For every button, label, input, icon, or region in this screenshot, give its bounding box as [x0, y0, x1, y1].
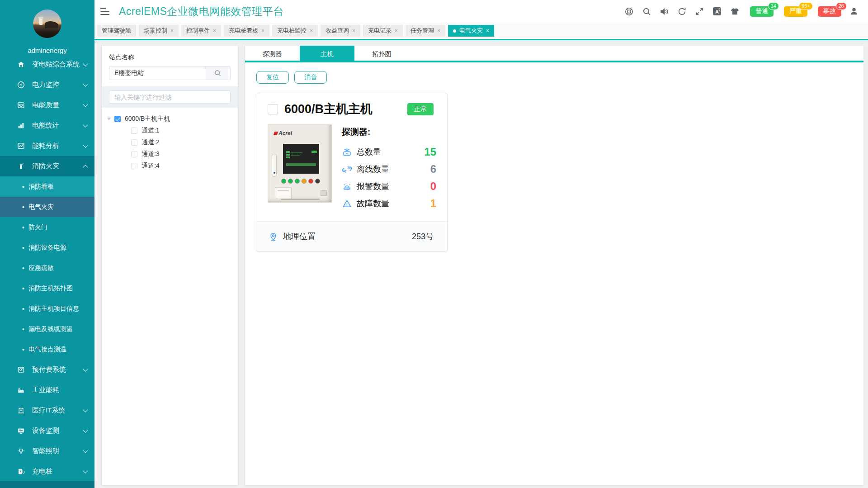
close-tab-icon[interactable]: ×	[486, 28, 489, 34]
sidebar-subitem-label: 消防主机拓扑图	[28, 284, 73, 293]
chevron-down-icon	[83, 468, 88, 473]
device-handle	[272, 154, 277, 177]
metric-label: 故障数量	[357, 198, 389, 209]
sidebar-item-power-quality[interactable]: 电能质量	[0, 95, 94, 115]
help-icon[interactable]	[624, 6, 634, 16]
sidebar-item-substation-system[interactable]: 变电站综合系统	[0, 54, 94, 75]
sidebar-subitem-label: 消防看板	[28, 183, 54, 191]
tab-charging-monitor[interactable]: 充电桩监控×	[272, 25, 318, 37]
sidebar-item-energy-analysis[interactable]: 能耗分析	[0, 136, 94, 156]
sidebar-item-charging-pile[interactable]: 充电桩	[0, 461, 94, 482]
user-icon[interactable]	[849, 6, 859, 16]
host-actions: 复位 消音	[256, 71, 863, 84]
reset-button[interactable]: 复位	[256, 71, 289, 84]
site-search-button[interactable]	[205, 66, 231, 80]
search-icon[interactable]	[642, 6, 651, 16]
host-checkbox[interactable]	[268, 104, 278, 114]
sidebar-item-fire-host-project-info[interactable]: 消防主机项目信息	[0, 298, 94, 319]
detector-summary: 探测器: 总数量 15 离线数量 6 报警数量 0	[332, 124, 436, 212]
checkbox-unchecked[interactable]	[131, 139, 137, 146]
tab-charging-records[interactable]: 充电记录×	[363, 25, 403, 37]
tab-label: 电气火灾	[459, 27, 483, 35]
sidebar-item-emergency-evacuation[interactable]: 应急疏散	[0, 258, 94, 278]
tree-node-label: 通道:4	[142, 162, 160, 170]
sidebar-item-label: 电能质量	[32, 101, 84, 109]
close-tab-icon[interactable]: ×	[395, 28, 398, 34]
fault-icon	[342, 199, 352, 209]
tab-electrical-fire[interactable]: 电气火灾×	[448, 25, 494, 37]
tree-node-channel[interactable]: 通道:4	[107, 160, 238, 172]
caret-down-icon[interactable]	[107, 118, 111, 120]
close-tab-icon[interactable]: ×	[261, 28, 264, 34]
avatar-photo-detail	[39, 19, 42, 25]
menu-toggle-icon[interactable]	[100, 8, 109, 15]
open-tabs-bar: 管理驾驶舱 场景控制× 控制事件× 充电桩看板× 充电桩监控× 收益查询× 充电…	[94, 23, 868, 40]
sidebar-item-electrical-fire[interactable]: 电气火灾	[0, 197, 94, 217]
site-search-group	[109, 66, 231, 80]
sidebar-item-prepaid-system[interactable]: 预付费系统	[0, 360, 94, 380]
tree-node-channel[interactable]: 通道:1	[107, 125, 238, 137]
sidebar-item-smart-lighting[interactable]: 智能照明	[0, 441, 94, 461]
site-search-input[interactable]	[109, 66, 205, 80]
checkbox-unchecked[interactable]	[131, 163, 137, 169]
sidebar-item-fire-dashboard[interactable]: 消防看板	[0, 176, 94, 197]
tab-label: 充电记录	[368, 27, 392, 35]
chevron-down-icon	[83, 427, 88, 432]
tab-task-management[interactable]: 任务管理×	[406, 25, 445, 37]
tab-topology[interactable]: 拓扑图	[354, 46, 409, 61]
checkbox-unchecked[interactable]	[131, 151, 137, 157]
host-card[interactable]: 6000/B主机主机 正常 Acrel	[256, 93, 448, 252]
sidebar-item-medical-it[interactable]: 医疗IT系统	[0, 400, 94, 421]
alarm-badge-accident[interactable]: 事故 26	[818, 6, 841, 17]
location-label: 地理位置	[283, 231, 316, 242]
tree-node-channel[interactable]: 通道:2	[107, 137, 238, 148]
sound-icon[interactable]	[659, 6, 669, 16]
translate-icon[interactable]: A文	[712, 6, 722, 16]
tab-control-events[interactable]: 控制事件×	[181, 25, 221, 37]
tab-detectors[interactable]: 探测器	[245, 46, 300, 61]
refresh-icon[interactable]	[677, 6, 687, 16]
sidebar-item-fire-host-topology[interactable]: 消防主机拓扑图	[0, 278, 94, 298]
tree-node-channel[interactable]: 通道:3	[107, 148, 238, 160]
tab-scene-control[interactable]: 场景控制×	[139, 25, 179, 37]
sidebar-item-label: 设备监测	[32, 426, 84, 435]
close-tab-icon[interactable]: ×	[352, 28, 355, 34]
sidebar-item-industrial-energy[interactable]: 工业能耗	[0, 380, 94, 400]
sidebar-item-label: 电能统计	[32, 121, 84, 130]
tab-revenue-query[interactable]: 收益查询×	[321, 25, 360, 37]
alarm-badge-normal[interactable]: 普通 14	[750, 6, 774, 17]
tab-charging-board[interactable]: 充电桩看板×	[224, 25, 269, 37]
checkbox-checked[interactable]	[114, 116, 121, 122]
chevron-down-icon	[83, 448, 88, 453]
sidebar-item-device-monitoring[interactable]: 设备监测	[0, 421, 94, 441]
mute-button[interactable]: 消音	[294, 71, 327, 84]
chevron-down-icon	[83, 102, 88, 107]
site-panel: 站点名称 6000/B主机主机 通道:1 通道:2 通道	[102, 46, 238, 485]
close-tab-icon[interactable]: ×	[437, 28, 440, 34]
sidebar-item-energy-statistics[interactable]: 电能统计	[0, 115, 94, 136]
tab-dashboard[interactable]: 管理驾驶舱	[97, 25, 136, 37]
medical-it-icon	[17, 407, 25, 415]
avatar-photo-detail	[45, 21, 58, 28]
sidebar-item-fire-equipment-power[interactable]: 消防设备电源	[0, 237, 94, 258]
chevron-down-icon	[83, 61, 88, 66]
close-tab-icon[interactable]: ×	[310, 28, 313, 34]
sidebar-item-power-monitoring[interactable]: 电力监控	[0, 75, 94, 95]
alarm-badge-serious[interactable]: 严重 99+	[784, 6, 807, 17]
close-tab-icon[interactable]: ×	[213, 28, 216, 34]
fullscreen-icon[interactable]	[694, 6, 704, 16]
sidebar-item-leakage-cable-temp[interactable]: 漏电及线缆测温	[0, 319, 94, 339]
tree-node-host[interactable]: 6000/B主机主机	[107, 113, 238, 125]
checkbox-unchecked[interactable]	[131, 128, 137, 134]
tab-host[interactable]: 主机	[300, 46, 354, 61]
tree-filter-input[interactable]	[109, 90, 231, 104]
avatar[interactable]	[33, 9, 61, 38]
energy-analysis-icon	[17, 142, 25, 150]
close-tab-icon[interactable]: ×	[170, 28, 174, 34]
theme-icon[interactable]	[730, 6, 740, 16]
sidebar-item-fire-safety[interactable]: 消防火灾	[0, 156, 94, 176]
tab-label: 场景控制	[144, 27, 167, 35]
sidebar-bottom-strip	[0, 481, 94, 488]
sidebar-item-fire-door[interactable]: 防火门	[0, 217, 94, 237]
sidebar-item-electrical-contact-temp[interactable]: 电气接点测温	[0, 339, 94, 360]
